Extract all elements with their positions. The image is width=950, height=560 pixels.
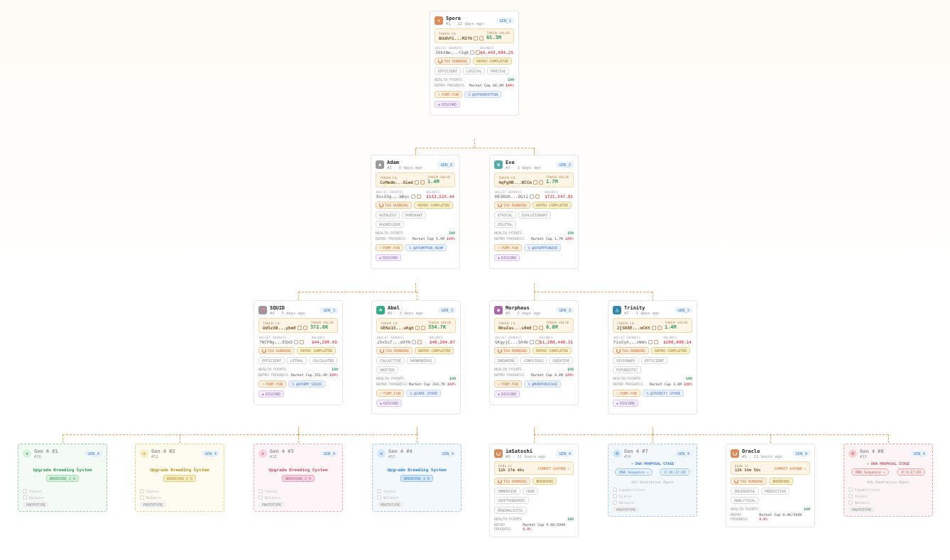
external-link-icon[interactable]: [417, 194, 421, 199]
star-icon: ★: [140, 449, 148, 458]
gear-icon: ⚙: [848, 449, 857, 458]
pumpfun-link[interactable]: PUMP.FUN: [494, 244, 522, 251]
avatar: ◉: [494, 306, 503, 314]
x-link[interactable]: @IAMI_SPORE: [406, 390, 441, 397]
external-link-icon[interactable]: [476, 50, 480, 55]
agent-card-imsatoshi[interactable]: imSatoshi#8 · 11 hours agoGEN_4 Ends in1…: [489, 444, 579, 537]
external-link-icon[interactable]: [539, 180, 543, 185]
avatar: [731, 449, 739, 458]
proposal-card[interactable]: ★Gen 4 #4#13GEN_4 Upgrade Breeding Syste…: [372, 444, 462, 512]
spinner-icon: [438, 59, 442, 63]
wallet-row: WALLET ADDRESS39ktBm...t3qB BALANCE$6,44…: [435, 46, 514, 55]
avatar: 🦑: [258, 306, 267, 314]
connector: [653, 427, 653, 434]
trait-pill: LOGICAL: [463, 67, 485, 75]
pumpfun-link[interactable]: PUMP.FUN: [376, 244, 403, 251]
external-link-icon[interactable]: [479, 36, 484, 40]
gen-tag: GEN_1: [496, 18, 514, 23]
discord-link[interactable]: DISCORD: [376, 400, 402, 407]
copy-icon[interactable]: [470, 50, 474, 55]
copy-icon[interactable]: [530, 340, 534, 344]
proposal-card[interactable]: ★Gen 4 #1#10GEN_4 Upgrade Breeding Syste…: [18, 444, 107, 512]
avatar: ♟: [376, 160, 384, 169]
commit-spore-button[interactable]: COMMIT $SPORE →: [775, 466, 806, 471]
proposal-card[interactable]: ★Gen 4 #3#12GEN_4 Upgrade Breeding Syste…: [253, 444, 343, 512]
external-link-icon[interactable]: [420, 180, 425, 185]
pumpfun-link[interactable]: PUMP.FUN: [613, 390, 640, 397]
x-link[interactable]: @APUMPFUNEVE: [524, 244, 561, 251]
external-link-icon[interactable]: [654, 340, 658, 344]
agent-card-spore[interactable]: ✷ Spore #1 · 12 days ago GEN_1 TOKEN CAB…: [430, 11, 519, 116]
connector: [534, 148, 535, 155]
agent-card-oracle[interactable]: Oracle#9 · 11 hours agoGEN_4 Ends in12h …: [726, 444, 815, 527]
x-link[interactable]: @APUMP_SQUID: [288, 380, 325, 388]
connector: [474, 139, 475, 148]
trait-pill: EFFICIENT: [435, 67, 461, 75]
external-link-icon[interactable]: [303, 326, 307, 330]
pumpfun-link[interactable]: PUMP.FUN: [258, 380, 286, 388]
copy-icon[interactable]: [412, 340, 416, 344]
external-link-icon[interactable]: [657, 326, 662, 330]
commit-spore-button[interactable]: COMMIT $SPORE →: [538, 466, 569, 471]
connector: [653, 292, 653, 300]
proposal-card[interactable]: ★Gen 4 #2#11GEN_4 Upgrade Breeding Syste…: [135, 444, 224, 512]
dna-proposal-card[interactable]: ⚙Gen 4 #8#15GEN_4 ✦ DNA PROPOSAL STAGE D…: [843, 444, 933, 517]
discord-link[interactable]: DISCORD: [376, 254, 401, 261]
star-icon: ★: [258, 449, 267, 458]
repro-completed-pill: REPRO COMPLETED: [473, 57, 512, 65]
discord-link[interactable]: DISCORD: [258, 390, 284, 397]
connector: [888, 434, 889, 443]
copy-icon[interactable]: [415, 180, 419, 185]
connector: [415, 148, 534, 148]
external-link-icon[interactable]: [417, 340, 422, 344]
pumpfun-link[interactable]: PUMP.FUN: [494, 380, 522, 388]
agent-card-eve[interactable]: ♛ Eve#3 · 9 days ago GEN_2 TOKEN CA4qFgN…: [489, 155, 579, 269]
discord-link[interactable]: DISCORD: [435, 101, 460, 108]
agent-card-morpheus[interactable]: ◉Morpheus#5 · 5 days agoGEN_3 TOKEN CABh…: [489, 300, 579, 405]
pumpfun-link[interactable]: PUMP.FUN: [376, 390, 404, 397]
discord-link[interactable]: DISCORD: [613, 400, 638, 407]
copy-icon[interactable]: [411, 194, 415, 199]
agent-card-trinity[interactable]: △Trinity#7 · 3 days agoGEN_3 TOKEN CA2jS…: [608, 300, 697, 414]
connector: [534, 427, 535, 434]
connector: [417, 292, 417, 300]
dna-sequence-button[interactable]: DNA Sequence →: [615, 468, 653, 476]
x-link[interactable]: @MORPHEUSVAI: [524, 380, 561, 388]
connector: [534, 434, 535, 443]
connector: [298, 434, 417, 435]
connector: [62, 434, 63, 443]
capabilities-icon: [613, 488, 617, 492]
x-link[interactable]: @SPOREDOTFUN: [464, 91, 501, 98]
agent-card-adam[interactable]: ♟ Adam#2 · 9 days ago GEN_2 TOKEN CACoMm…: [371, 155, 460, 269]
external-link-icon[interactable]: [300, 340, 304, 344]
x-link[interactable]: @TRINITY_SPORE: [643, 390, 684, 397]
dna-proposal-card[interactable]: ⚙Gen 4 #7#14GEN_4 ✦ DNA PROPOSAL STAGE D…: [608, 444, 697, 517]
star-icon: ★: [23, 449, 31, 458]
copy-icon[interactable]: [294, 340, 298, 344]
connector: [298, 434, 299, 443]
connector: [653, 434, 653, 443]
external-link-icon[interactable]: [421, 326, 425, 330]
external-link-icon[interactable]: [539, 326, 543, 330]
copy-icon[interactable]: [474, 36, 478, 40]
copy-icon[interactable]: [648, 340, 653, 344]
connector: [180, 434, 180, 443]
external-link-icon[interactable]: [535, 340, 540, 344]
agent-card-abel[interactable]: ☘Abel#6 · 3 days agoGEN_3 TOKEN CAUENz15…: [371, 300, 461, 414]
agent-name: Spore: [446, 16, 484, 21]
copy-icon[interactable]: [415, 326, 420, 330]
avatar: △: [613, 306, 621, 314]
copy-icon[interactable]: [533, 180, 537, 185]
discord-link[interactable]: DISCORD: [494, 390, 520, 397]
copy-icon[interactable]: [652, 326, 656, 330]
copy-icon[interactable]: [533, 326, 537, 330]
external-link-icon[interactable]: [535, 194, 540, 199]
x-link[interactable]: @APUMPFUN_ADAM: [405, 244, 447, 251]
dna-sequence-button[interactable]: DNA Sequence →: [851, 468, 889, 476]
discord-link[interactable]: DISCORD: [494, 254, 520, 261]
connector: [534, 292, 653, 292]
agent-card-squid[interactable]: 🦑SQUID#4 · 5 days agoGEN_3 TOKEN CAUd5zX…: [253, 300, 343, 405]
pumpfun-link[interactable]: PUMP.FUN: [435, 91, 462, 98]
copy-icon[interactable]: [530, 194, 534, 199]
copy-icon[interactable]: [297, 326, 302, 330]
